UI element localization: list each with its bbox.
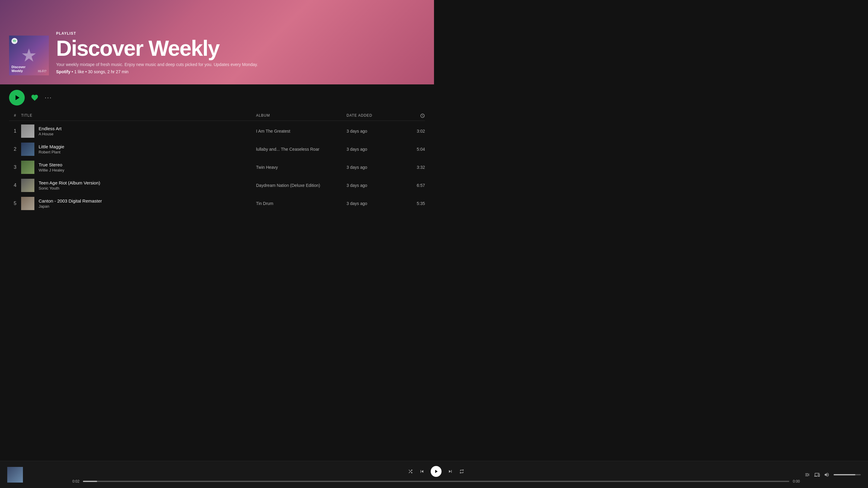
track-title: True Stereo	[39, 162, 64, 167]
track-info: Little Maggie Robert Plant	[21, 142, 256, 156]
clock-icon	[420, 113, 425, 118]
track-names: Endless Art A House	[39, 126, 62, 136]
playlist-title: Discover Weekly	[56, 37, 425, 59]
playlist-stats: 1 like • 30 songs, 2 hr 27 min	[74, 69, 128, 74]
like-button[interactable]	[31, 94, 39, 102]
track-thumbnail	[21, 161, 34, 174]
track-date-added: 3 days ago	[346, 147, 401, 152]
hero-info: PLAYLIST Discover Weekly Your weekly mix…	[56, 31, 425, 75]
track-number: 4	[9, 183, 21, 188]
track-album: Twin Heavy	[256, 165, 346, 170]
creator-name: Spotify	[56, 69, 70, 74]
col-date-added: DATE ADDED	[346, 113, 401, 118]
track-rows-container: 1 Endless Art A House I Am The Greatest …	[9, 122, 425, 213]
col-title: TITLE	[21, 113, 256, 118]
track-number: 3	[9, 165, 21, 170]
more-options-button[interactable]: ···	[44, 94, 52, 102]
meta-separator: •	[71, 69, 74, 74]
track-row[interactable]: 4 Teen Age Riot (Album Version) Sonic Yo…	[9, 176, 425, 194]
track-info: Teen Age Riot (Album Version) Sonic Yout…	[21, 179, 256, 192]
track-album: Tin Drum	[256, 201, 346, 206]
track-album: I Am The Greatest	[256, 129, 346, 133]
track-date-added: 3 days ago	[346, 129, 401, 133]
more-dots: ···	[44, 94, 52, 102]
playlist-cover: ★ DiscoverWeekly HI-FI?	[9, 36, 49, 75]
track-artist: Japan	[39, 204, 102, 208]
track-number: 5	[9, 201, 21, 206]
track-album: lullaby and... The Ceaseless Roar	[256, 147, 346, 152]
track-date-added: 3 days ago	[346, 165, 401, 170]
track-duration: 6:57	[401, 183, 425, 188]
col-duration	[401, 113, 425, 118]
track-artist: Sonic Youth	[39, 186, 100, 191]
track-title: Endless Art	[39, 126, 62, 131]
track-names: Little Maggie Robert Plant	[39, 144, 64, 154]
track-artist: Willie J Healey	[39, 168, 64, 172]
track-title: Teen Age Riot (Album Version)	[39, 180, 100, 185]
track-title: Canton - 2003 Digital Remaster	[39, 198, 102, 203]
cover-star-icon: ★	[21, 46, 37, 65]
track-duration: 5:04	[401, 147, 425, 152]
track-artist: A House	[39, 132, 62, 136]
playlist-description: Your weekly mixtape of fresh music. Enjo…	[56, 62, 425, 67]
hero-section: ★ DiscoverWeekly HI-FI? PLAYLIST Discove…	[0, 0, 434, 85]
track-date-added: 3 days ago	[346, 183, 401, 188]
track-thumbnail	[21, 179, 34, 192]
play-button[interactable]	[9, 90, 25, 105]
track-number: 1	[9, 128, 21, 134]
track-row[interactable]: 2 Little Maggie Robert Plant lullaby and…	[9, 140, 425, 158]
track-thumbnail	[21, 197, 34, 210]
track-names: Teen Age Riot (Album Version) Sonic Yout…	[39, 180, 100, 191]
track-row[interactable]: 3 True Stereo Willie J Healey Twin Heavy…	[9, 158, 425, 176]
track-info: Canton - 2003 Digital Remaster Japan	[21, 197, 256, 210]
track-list: # TITLE ALBUM DATE ADDED 1 Endless Art A…	[0, 111, 434, 213]
track-info: True Stereo Willie J Healey	[21, 161, 256, 174]
hifi-badge: HI-FI?	[38, 70, 46, 73]
track-album: Daydream Nation (Deluxe Edition)	[256, 183, 346, 188]
col-album: ALBUM	[256, 113, 346, 118]
track-title: Little Maggie	[39, 144, 64, 149]
track-artist: Robert Plant	[39, 150, 64, 154]
track-date-added: 3 days ago	[346, 201, 401, 206]
track-row[interactable]: 1 Endless Art A House I Am The Greatest …	[9, 122, 425, 140]
track-duration: 5:35	[401, 201, 425, 206]
spotify-logo-icon	[11, 38, 18, 44]
playlist-type-label: PLAYLIST	[56, 31, 425, 36]
track-duration: 3:32	[401, 165, 425, 170]
track-duration: 3:02	[401, 129, 425, 133]
cover-text: DiscoverWeekly	[11, 65, 25, 73]
playlist-meta: Spotify • 1 like • 30 songs, 2 hr 27 min	[56, 69, 425, 74]
track-names: Canton - 2003 Digital Remaster Japan	[39, 198, 102, 208]
track-thumbnail	[21, 125, 34, 138]
track-thumbnail	[21, 142, 34, 156]
track-info: Endless Art A House	[21, 125, 256, 138]
track-list-header: # TITLE ALBUM DATE ADDED	[9, 111, 425, 121]
col-number: #	[9, 113, 21, 118]
track-row[interactable]: 5 Canton - 2003 Digital Remaster Japan T…	[9, 194, 425, 213]
track-number: 2	[9, 147, 21, 152]
controls-bar: ···	[0, 85, 434, 111]
track-names: True Stereo Willie J Healey	[39, 162, 64, 172]
svg-marker-1	[16, 95, 19, 100]
